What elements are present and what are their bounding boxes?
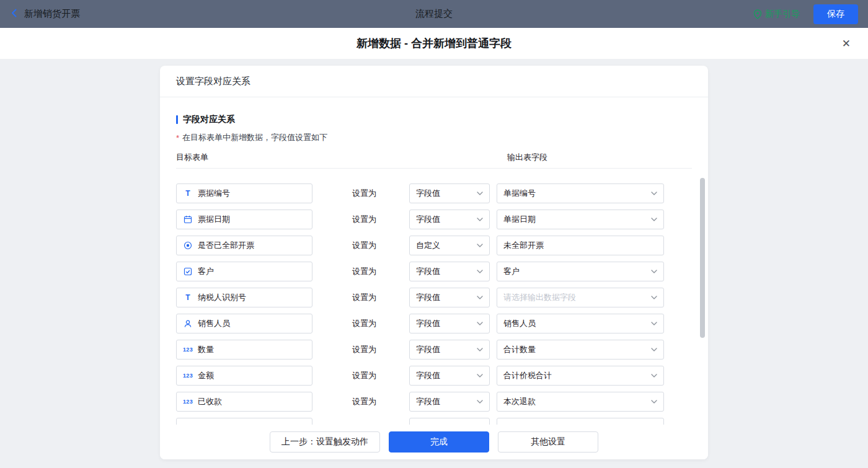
mode-select[interactable]: 字段值	[409, 183, 490, 203]
set-as-label: 设置为	[352, 266, 378, 277]
back-button[interactable]	[9, 7, 20, 21]
chevron-down-icon	[477, 322, 483, 325]
mode-select-value: 字段值	[416, 396, 440, 407]
field-mapping-row: T 票据编号 设置为 字段值 单据编号	[176, 180, 692, 206]
close-button[interactable]: ✕	[842, 38, 851, 49]
output-field-select[interactable]: 未全部开票	[497, 236, 664, 255]
target-field-box[interactable]: 123 数量	[176, 340, 312, 360]
mode-select[interactable]: 字段值	[409, 262, 490, 281]
chevron-down-icon	[651, 348, 657, 351]
target-field-label: 客户	[198, 266, 214, 277]
target-field-label: 已收款	[198, 396, 222, 407]
done-button[interactable]: 完成	[389, 431, 489, 453]
app-title: 新增销货开票	[24, 8, 80, 20]
target-field-label: 票据编号	[198, 188, 230, 199]
mode-select[interactable]: 字段值	[409, 314, 490, 333]
output-field-select[interactable]: 合计价税合计	[497, 366, 664, 386]
target-field-label: 是否已全部开票	[198, 240, 254, 251]
section-marker	[176, 115, 178, 124]
field-type-icon	[183, 215, 193, 224]
output-field-select[interactable]: 单据编号	[497, 183, 664, 203]
rows-viewport: T 票据编号 设置为 字段值 单据编号 票据日期 设置为 字段值 单据日期	[176, 169, 692, 430]
chevron-left-icon	[9, 7, 20, 21]
required-asterisk: *	[176, 133, 179, 143]
set-as-label: 设置为	[352, 344, 378, 355]
output-field-select[interactable]: 客户	[497, 262, 664, 281]
mode-select[interactable]: 字段值	[409, 210, 490, 229]
set-as-label: 设置为	[352, 370, 378, 381]
scrollbar-thumb[interactable]	[700, 178, 705, 338]
mode-select[interactable]: 自定义	[409, 236, 490, 255]
target-field-label: 金额	[198, 370, 214, 381]
mode-select-value: 字段值	[416, 214, 440, 225]
set-as-label: 设置为	[352, 292, 378, 303]
target-field-box[interactable]: 123 金额	[176, 366, 312, 386]
close-icon: ✕	[842, 38, 851, 50]
output-field-value: 请选择输出数据字段	[503, 292, 576, 303]
panel-title: 设置字段对应关系	[160, 66, 708, 97]
output-field-value: 客户	[503, 266, 520, 277]
target-field-box[interactable]: 是否已全部开票	[176, 236, 312, 255]
set-as-label: 设置为	[352, 188, 378, 199]
output-field-select[interactable]: 本次退款	[497, 392, 664, 412]
chevron-down-icon	[651, 322, 657, 325]
dialog-body: 设置字段对应关系 字段对应关系 * 在目标表单中新增数据，字段值设置如下 目标表…	[0, 59, 868, 459]
target-field-label: 纳税人识别号	[198, 292, 246, 303]
mode-select-value: 自定义	[416, 240, 440, 251]
chevron-down-icon	[477, 400, 483, 404]
target-field-box[interactable]: T 纳税人识别号	[176, 288, 312, 307]
output-field-select[interactable]: 合计数量	[497, 340, 664, 360]
mode-select[interactable]: 字段值	[409, 288, 490, 307]
field-mapping-row: 123 已收款 设置为 字段值 本次退款	[176, 389, 692, 415]
mode-select-value: 字段值	[416, 318, 440, 329]
top-bar: 新增销货开票 流程提交 新手引导 保存	[0, 0, 868, 28]
chevron-down-icon	[651, 296, 657, 299]
chevron-down-icon	[651, 374, 657, 377]
column-header-target: 目标表单	[176, 152, 208, 162]
set-as-label: 设置为	[352, 240, 378, 251]
mode-select-value: 字段值	[416, 266, 440, 277]
target-field-box[interactable]: 票据日期	[176, 210, 312, 229]
beginner-guide-label: 新手引导	[765, 9, 800, 20]
field-type-icon	[183, 319, 193, 328]
field-mapping-row: T 纳税人识别号 设置为 字段值 请选择输出数据字段	[176, 285, 692, 311]
target-field-label: 数量	[198, 344, 214, 355]
mode-select[interactable]: 字段值	[409, 392, 490, 412]
output-field-value: 单据编号	[503, 188, 536, 199]
target-field-label: 销售人员	[198, 318, 230, 329]
target-field-box[interactable]: 销售人员	[176, 314, 312, 333]
flow-title: 流程提交	[415, 8, 453, 20]
mode-select-value: 字段值	[416, 188, 440, 199]
output-field-value: 本次退款	[503, 396, 536, 407]
chevron-down-icon	[477, 374, 483, 377]
field-mapping-row: 销售人员 设置为 字段值 销售人员	[176, 311, 692, 337]
field-type-icon: 123	[183, 347, 193, 353]
mode-select[interactable]: 字段值	[409, 340, 490, 360]
mapping-panel: 设置字段对应关系 字段对应关系 * 在目标表单中新增数据，字段值设置如下 目标表…	[160, 66, 708, 459]
target-field-box[interactable]: 123 已收款	[176, 392, 312, 412]
field-type-icon	[183, 241, 193, 250]
output-field-select[interactable]: 销售人员	[497, 314, 664, 333]
field-type-icon: T	[183, 189, 193, 198]
mode-select[interactable]: 字段值	[409, 366, 490, 386]
set-as-label: 设置为	[352, 214, 378, 225]
previous-step-button[interactable]: 上一步：设置触发动作	[270, 431, 380, 453]
chevron-down-icon	[651, 192, 657, 195]
mode-select-value: 字段值	[416, 370, 440, 381]
output-field-value: 合计数量	[503, 344, 536, 355]
target-field-box[interactable]: 客户	[176, 262, 312, 281]
chevron-down-icon	[477, 192, 483, 195]
mode-select-value: 字段值	[416, 344, 440, 355]
output-field-select[interactable]: 单据日期	[497, 210, 664, 229]
section-description: 在目标表单中新增数据，字段值设置如下	[182, 132, 327, 143]
output-field-select[interactable]: 请选择输出数据字段	[497, 288, 664, 307]
chevron-down-icon	[477, 244, 483, 247]
chevron-down-icon	[651, 400, 657, 404]
save-button[interactable]: 保存	[813, 4, 858, 24]
chevron-down-icon	[477, 270, 483, 273]
beginner-guide-link[interactable]: 新手引导	[753, 9, 800, 20]
other-settings-button[interactable]: 其他设置	[498, 431, 598, 453]
chevron-down-icon	[651, 270, 657, 273]
target-field-box[interactable]: T 票据编号	[176, 183, 312, 203]
output-field-value: 未全部开票	[503, 240, 544, 251]
